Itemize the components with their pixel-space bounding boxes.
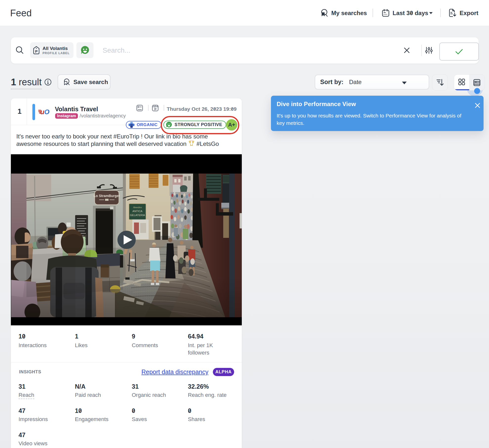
svg-text:u: u bbox=[40, 109, 44, 115]
svg-text:O: O bbox=[44, 109, 49, 115]
svg-text:P: P bbox=[35, 49, 38, 53]
